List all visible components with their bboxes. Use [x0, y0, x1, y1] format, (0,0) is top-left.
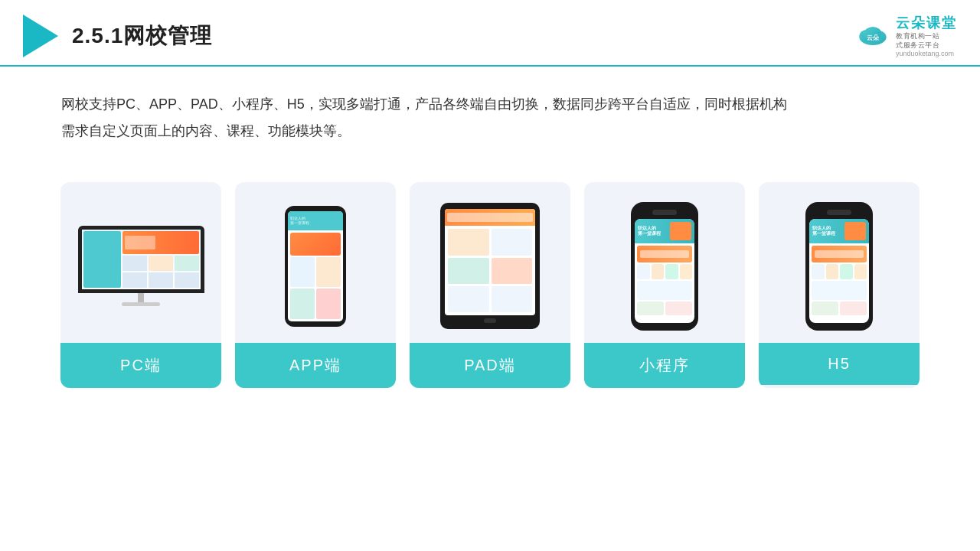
h5-label: H5 — [759, 343, 920, 385]
brand-text: 云朵课堂 教育机构一站 式服务云平台 yunduoketang.com — [896, 14, 957, 57]
lp-icon-1 — [637, 264, 650, 279]
ap-cell-2 — [316, 257, 341, 288]
lp-icon-3 — [665, 264, 678, 279]
h5-lp-icon-3 — [840, 264, 853, 279]
h5-lp-header-text: 职达人的第一堂课程 — [812, 226, 842, 236]
description-line1: 网校支持PC、APP、PAD、小程序、H5，实现多端打通，产品各终端自由切换，数… — [61, 91, 919, 117]
pad-label: PAD端 — [410, 343, 570, 388]
lp-banner — [637, 246, 692, 262]
brand-sub2: 式服务云平台 — [896, 41, 939, 51]
h5-lp-content-block — [812, 281, 867, 300]
h5-lp-bottom-1 — [812, 302, 838, 315]
tablet-cell-4 — [492, 258, 533, 284]
ap-banner — [290, 233, 341, 256]
miniprogram-phone: 职达人的第一堂课程 — [631, 202, 698, 331]
pad-image-area — [410, 182, 570, 343]
monitor-sidebar — [83, 231, 122, 288]
ap-cell-4 — [316, 289, 341, 319]
h5-lp-header-img — [844, 222, 866, 240]
h5-lp-body — [809, 243, 869, 323]
lp-header-img — [670, 222, 691, 240]
lp-icon-2 — [652, 264, 665, 279]
lp-content-block — [637, 281, 692, 300]
tablet-cell-1 — [448, 229, 489, 255]
h5-lp-icons-row — [812, 264, 867, 279]
h5-image-area: 职达人的第一堂课程 — [759, 182, 920, 343]
tablet-cell-5 — [448, 286, 489, 312]
brand-name: 云朵课堂 — [896, 14, 957, 32]
large-phone-notch — [652, 210, 677, 215]
lp-header-text: 职达人的第一堂课程 — [638, 226, 668, 236]
header: 2.5.1网校管理 云朵 云朵课堂 教育机构一站 式服 — [0, 0, 980, 67]
lp-header: 职达人的第一堂课程 — [635, 219, 694, 243]
header-right: 云朵 云朵课堂 教育机构一站 式服务云平台 yunduoketang.com — [854, 14, 957, 57]
ap-body — [288, 230, 343, 321]
brand-logo: 云朵 云朵课堂 教育机构一站 式服务云平台 yunduoketang.com — [854, 14, 957, 57]
monitor-base — [122, 302, 160, 306]
lp-bottom-row — [637, 302, 692, 315]
ap-grid — [290, 257, 341, 319]
large-phone-content: 职达人的第一堂课程 — [635, 219, 694, 323]
tablet-body — [445, 226, 535, 315]
pc-image-area — [60, 182, 221, 343]
h5-lp-icon-2 — [826, 264, 839, 279]
svg-text:云朵: 云朵 — [867, 34, 880, 41]
tablet-screen-content — [445, 209, 535, 315]
logo-triangle-icon — [23, 15, 58, 57]
h5-lp-header: 职达人的第一堂课程 — [809, 219, 869, 243]
ap-cell-1 — [290, 257, 315, 288]
description-block: 网校支持PC、APP、PAD、小程序、H5，实现多端打通，产品各终端自由切换，数… — [0, 67, 980, 143]
monitor-cell-4 — [122, 272, 147, 288]
tablet-cell-6 — [492, 286, 533, 312]
monitor-cell-6 — [175, 272, 199, 288]
tablet-home-btn — [484, 318, 496, 323]
header-left: 2.5.1网校管理 — [23, 15, 212, 57]
lp-icons-row — [637, 264, 692, 279]
h5-phone-screen: 职达人的第一堂课程 — [809, 219, 869, 323]
lp-bottom-1 — [637, 302, 664, 315]
lp-body — [635, 243, 694, 323]
lp-icon-4 — [680, 264, 693, 279]
monitor-main — [122, 231, 198, 288]
pad-card: PAD端 — [410, 182, 570, 388]
tablet-cell-3 — [448, 258, 489, 284]
h5-card: 职达人的第一堂课程 — [759, 182, 920, 388]
miniprogram-label: 小程序 — [584, 343, 745, 388]
tablet-cell-2 — [492, 229, 533, 255]
monitor-cell-3 — [175, 256, 199, 271]
miniprogram-card: 职达人的第一堂课程 — [584, 182, 745, 388]
miniprogram-image-area: 职达人的第一堂课程 — [584, 182, 745, 343]
monitor-cell-1 — [122, 256, 147, 271]
page-title: 2.5.1网校管理 — [72, 21, 212, 51]
h5-lp-bottom-2 — [840, 302, 867, 315]
monitor-stand — [138, 293, 144, 302]
cloud-icon: 云朵 — [854, 24, 891, 48]
h5-lp-icon-1 — [812, 264, 825, 279]
h5-phone-content: 职达人的第一堂课程 — [809, 219, 869, 323]
pc-card: PC端 — [60, 182, 221, 388]
h5-lp-banner — [812, 246, 867, 262]
h5-lp-bottom-row — [812, 302, 867, 315]
large-phone-screen: 职达人的第一堂课程 — [635, 219, 694, 323]
pc-monitor — [78, 226, 204, 306]
app-label: APP端 — [235, 343, 396, 388]
brand-sub1: 教育机构一站 — [896, 32, 939, 41]
app-phone — [285, 206, 346, 327]
lp-bottom-2 — [665, 302, 692, 315]
monitor-cell-5 — [149, 272, 173, 288]
app-card: APP端 — [235, 182, 396, 388]
monitor-screen-content — [82, 230, 201, 289]
h5-phone-notch — [827, 210, 851, 215]
ap-cell-3 — [290, 289, 315, 319]
pc-label: PC端 — [60, 343, 221, 388]
monitor-screen-outer — [78, 226, 204, 293]
app-phone-screen — [288, 211, 343, 321]
monitor-cell-2 — [149, 256, 173, 271]
app-phone-content — [288, 211, 343, 321]
monitor-grid — [122, 256, 198, 288]
h5-lp-icon-4 — [854, 264, 867, 279]
monitor-banner — [122, 231, 198, 254]
app-image-area — [235, 182, 396, 343]
ap-header — [288, 211, 343, 230]
h5-phone: 职达人的第一堂课程 — [805, 202, 873, 331]
